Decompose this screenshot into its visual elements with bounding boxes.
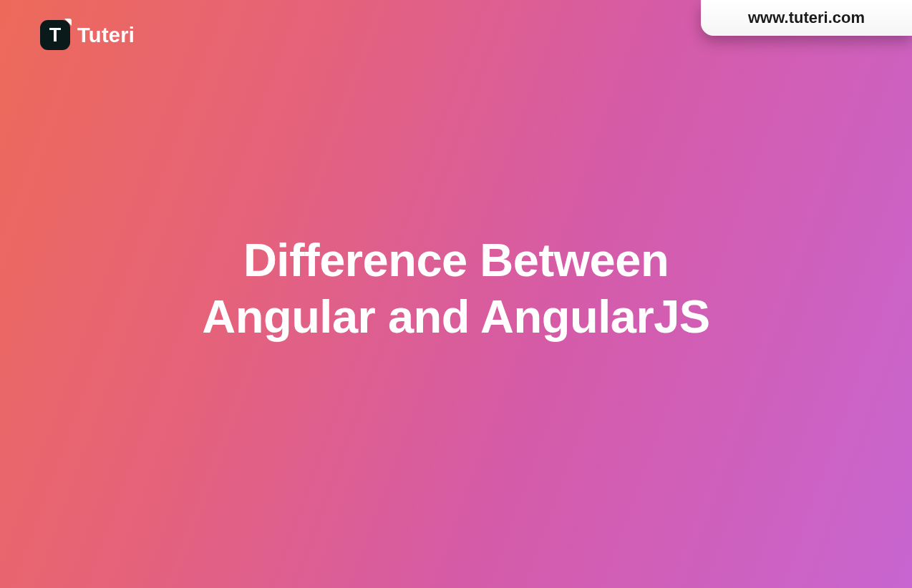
title-line-1: Difference Between xyxy=(243,234,669,286)
page-title-container: Difference Between Angular and AngularJS xyxy=(46,232,867,346)
logo-letter: T xyxy=(49,24,62,46)
title-line-2: Angular and AngularJS xyxy=(202,290,709,343)
logo-brand-text: Tuteri xyxy=(77,24,135,47)
logo-container: T Tuteri xyxy=(40,20,135,50)
page-title: Difference Between Angular and AngularJS xyxy=(46,232,867,346)
url-badge: www.tuteri.com xyxy=(701,0,912,36)
logo-icon: T xyxy=(40,20,70,50)
url-text: www.tuteri.com xyxy=(748,9,865,26)
